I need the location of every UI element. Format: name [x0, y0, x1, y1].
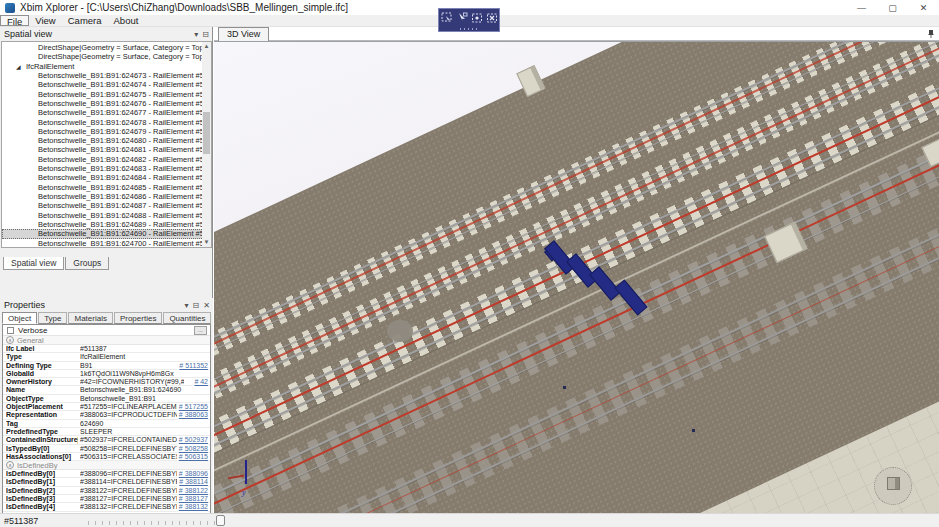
entity-link[interactable]: # 502937	[177, 436, 208, 444]
manhole-disc	[387, 320, 413, 342]
menu-file[interactable]: File	[0, 15, 29, 26]
property-name: ObjectPlacement	[6, 403, 78, 411]
tree-item[interactable]: Betonschwelle_B91:B91:624700 - RailEleme…	[2, 239, 204, 248]
property-row: ObjectTypeBetonschwelle_B91:B91	[3, 395, 210, 403]
window-menu-icon[interactable]: ▾	[185, 301, 189, 310]
prop-tab-properties[interactable]: Properties	[114, 312, 162, 324]
tree-item[interactable]: Betonschwelle_B91:B91:624680 - RailEleme…	[2, 136, 204, 145]
property-row: Defining TypeB91# 511352	[3, 362, 210, 370]
pin-icon[interactable]: ⊟	[193, 301, 200, 310]
property-row: NameBetonschwelle_B91:B91:624690	[3, 386, 210, 394]
property-value: 1k6TQdOi11W9N8vpH6m8Gx	[80, 370, 184, 378]
entity-link[interactable]: # 388063	[177, 411, 208, 419]
prop-tab-quantities[interactable]: Quantities	[163, 312, 211, 324]
property-value: #388132=IFCRELDEFINESBYPROPERTIES('1k6TQ…	[80, 503, 184, 511]
collapse-icon[interactable]: ∧	[6, 461, 14, 469]
tree-item[interactable]: Betonschwelle_B91:B91:624678 - RailEleme…	[2, 118, 204, 127]
pin-icon[interactable]: ⊟	[202, 30, 209, 39]
entity-link[interactable]: # 388132	[177, 503, 208, 511]
dock-tab-spatial-view[interactable]: Spatial view	[3, 257, 64, 270]
select-box-icon[interactable]	[441, 12, 453, 24]
clip-region-icon[interactable]	[486, 12, 498, 24]
entity-link[interactable]: # 511352	[177, 362, 208, 370]
more-options-button[interactable]: ...	[194, 326, 207, 335]
entity-link[interactable]: # 517255	[177, 403, 208, 411]
dock-tab-groups[interactable]: Groups	[65, 257, 109, 270]
menu-about[interactable]: About	[108, 15, 145, 26]
entity-link[interactable]: # 388127	[177, 495, 208, 503]
tree-item[interactable]: Betonschwelle_B91:B91:624682 - RailEleme…	[2, 155, 204, 164]
window-title: Xbim Xplorer - [C:\Users\ChiZhang\Downlo…	[20, 2, 348, 13]
menu-camera[interactable]: Camera	[62, 15, 108, 26]
minimize-button[interactable]: —	[846, 0, 877, 15]
navigation-gizmo[interactable]	[874, 467, 912, 505]
dock-pin-icon[interactable]	[927, 30, 935, 38]
tree-item[interactable]: Betonschwelle_B91:B91:624683 - RailEleme…	[2, 164, 204, 173]
section-isdefinedby[interactable]: ∧ IsDefinedBy	[3, 461, 210, 470]
close-icon[interactable]: ✕	[203, 301, 210, 310]
region-dashed-icon[interactable]	[471, 12, 483, 24]
entity-link[interactable]: # 42	[192, 378, 208, 386]
tree-item[interactable]: Betonschwelle_B91:B91:624687 - RailEleme…	[2, 201, 204, 210]
property-name: IsDefinedBy[2]	[6, 487, 78, 495]
toolbar-grip[interactable]	[460, 28, 480, 30]
tree-item[interactable]: Betonschwelle_B91:B91:624679 - RailEleme…	[2, 127, 204, 136]
tree-item[interactable]: Betonschwelle_B91:B91:624676 - RailEleme…	[2, 99, 204, 108]
property-name: ObjectType	[6, 395, 78, 403]
tree-group-ifcrailelement[interactable]: ◢IfcRailElement	[2, 62, 204, 71]
property-value: #508258=IFCRELDEFINESBYTYPE('1VIHBRNS8oQ…	[80, 445, 184, 453]
property-row: ContainedInStructure[0]#502937=IFCRELCON…	[3, 436, 210, 444]
property-name: Name	[6, 386, 78, 394]
maximize-button[interactable]: ▢	[877, 0, 908, 15]
entity-link[interactable]: # 506315	[177, 453, 208, 461]
tree-item[interactable]: Betonschwelle_B91:B91:624690 - RailEleme…	[2, 229, 204, 238]
tree-item[interactable]: DirectShape|Geometry = Surface, Category…	[2, 52, 204, 61]
scroll-down-icon[interactable]: ▼	[202, 238, 211, 247]
entity-link[interactable]: # 388122	[177, 487, 208, 495]
tree-item[interactable]: DirectShape|Geometry = Surface, Category…	[2, 43, 204, 52]
close-button[interactable]: ✕	[908, 0, 939, 15]
property-name: PredefinedType	[6, 428, 78, 436]
verbose-checkbox[interactable]	[7, 327, 14, 334]
status-selected-id: #511387	[4, 516, 38, 526]
entity-link[interactable]: # 388114	[177, 478, 208, 486]
tree-item[interactable]: Betonschwelle_B91:B91:624689 - RailEleme…	[2, 220, 204, 229]
tree-item[interactable]: Betonschwelle_B91:B91:624675 - RailEleme…	[2, 90, 204, 99]
tree-item[interactable]: Betonschwelle_B91:B91:624685 - RailEleme…	[2, 183, 204, 192]
3d-viewport[interactable]: y	[214, 41, 939, 513]
window-menu-icon[interactable]: ▾	[194, 30, 198, 39]
prop-tab-materials[interactable]: Materials	[68, 312, 112, 324]
tree-item[interactable]: Betonschwelle_B91:B91:624673 - RailEleme…	[2, 71, 204, 80]
property-value: #502937=IFCRELCONTAINEDINSPATIALSTRUCTUR…	[80, 436, 184, 444]
transparency-slider-thumb[interactable]	[216, 515, 225, 526]
scroll-up-icon[interactable]: ▲	[202, 42, 211, 51]
tree-item[interactable]: Betonschwelle_B91:B91:624688 - RailEleme…	[2, 211, 204, 220]
tree-vscroll-thumb[interactable]	[203, 112, 210, 154]
property-row: IsDefinedBy[3]#388127=IFCRELDEFINESBYPRO…	[3, 495, 210, 503]
collapse-icon[interactable]: ∧	[6, 336, 14, 344]
view-cube-icon[interactable]	[887, 477, 900, 490]
tree-item[interactable]: Betonschwelle_B91:B91:624684 - RailEleme…	[2, 173, 204, 182]
pointer-icon[interactable]	[456, 12, 468, 24]
property-row: GlobalId1k6TQdOi11W9N8vpH6m8Gx	[3, 370, 210, 378]
entity-link[interactable]: # 388096	[177, 470, 208, 478]
menu-view[interactable]: View	[29, 15, 61, 26]
expander-icon[interactable]: ◢	[16, 63, 24, 71]
selection-toolbar	[438, 8, 500, 32]
prop-tab-object[interactable]: Object	[2, 312, 37, 324]
tree-vertical-scrollbar[interactable]: ▲ ▼	[202, 42, 211, 247]
property-row: PredefinedTypeSLEEPER	[3, 428, 210, 436]
tree-item[interactable]: Betonschwelle_B91:B91:624681 - RailEleme…	[2, 145, 204, 154]
tree-item[interactable]: Betonschwelle_B91:B91:624686 - RailEleme…	[2, 192, 204, 201]
tab-3d-view[interactable]: 3D View	[218, 27, 269, 41]
tree-item[interactable]: Betonschwelle_B91:B91:624677 - RailEleme…	[2, 108, 204, 117]
property-row: ObjectPlacement#517255=IFCLINEARPLACEMEN…	[3, 403, 210, 411]
prop-tab-type[interactable]: Type	[38, 312, 67, 324]
section-general[interactable]: ∧ General	[3, 336, 210, 345]
view3d-tab-strip: 3D View	[214, 27, 939, 41]
entity-link[interactable]: # 508258	[177, 445, 208, 453]
tree-item[interactable]: Betonschwelle_B91:B91:624674 - RailEleme…	[2, 80, 204, 89]
property-value: #517255=IFCLINEARPLACEMENT(#123414,#5141…	[80, 403, 184, 411]
property-name: Defining Type	[6, 362, 78, 370]
catenary-mast[interactable]	[516, 65, 545, 97]
